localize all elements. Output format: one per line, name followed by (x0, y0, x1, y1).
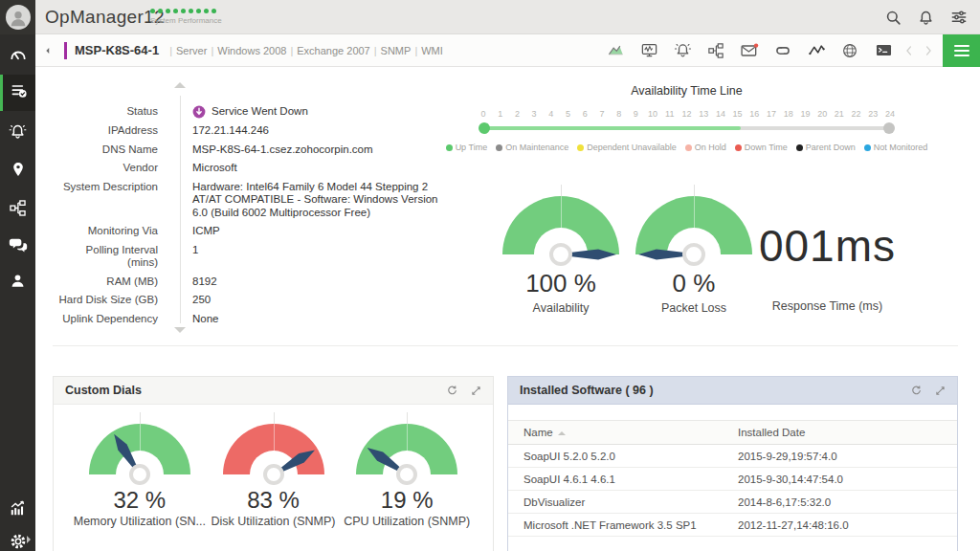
chevron-left-icon[interactable] (902, 44, 916, 57)
topology-icon[interactable] (706, 41, 725, 60)
timeline-tick: 7 (599, 109, 604, 119)
settings-sliders-icon[interactable] (949, 8, 969, 27)
timeline-end-dot[interactable] (883, 122, 895, 134)
menu-button[interactable] (943, 34, 980, 67)
scroll-down-caret[interactable] (174, 327, 186, 333)
back-caret-icon[interactable] (43, 46, 53, 55)
packet-loss-gauge (635, 196, 752, 254)
sidebar-item-chat[interactable] (0, 231, 35, 263)
timeline-tick: 15 (733, 109, 743, 119)
refresh-icon[interactable] (910, 385, 923, 397)
cpu-dial-block: 19 % CPU Utilization (SNMP) (340, 412, 474, 528)
sidebar-item-reports[interactable] (0, 494, 35, 526)
user-avatar[interactable] (0, 0, 35, 34)
breadcrumb-item[interactable]: Server (176, 45, 207, 56)
breadcrumb-item[interactable]: Exchange 2007 (297, 45, 369, 56)
info-label: Uplink Dependency (58, 313, 169, 326)
bell-icon (9, 122, 27, 144)
legend-item: Not Monitored (864, 143, 928, 152)
software-row: Microsoft .NET Framework 3.5 SP12012-11-… (508, 514, 957, 537)
area-chart-icon[interactable] (606, 41, 625, 60)
status-dot (196, 9, 201, 13)
gauge-hub (549, 243, 572, 266)
memory-dial-label: Memory Utilization (SN... (73, 515, 207, 528)
sidebar-item-alarms[interactable] (0, 117, 35, 149)
software-rows: SoapUI 5.2.0 5.2.02015-9-29,19:57:4.0Soa… (508, 445, 957, 537)
timeline-tick: 13 (699, 109, 708, 119)
sidebar-item-users[interactable] (0, 266, 35, 298)
breadcrumb-item[interactable]: Windows 2008 (217, 45, 286, 56)
info-label: RAM (MB) (58, 276, 169, 289)
globe-icon[interactable] (840, 41, 859, 60)
info-value: 1 (169, 244, 449, 270)
scroll-up-caret[interactable] (174, 82, 186, 88)
app-status: System Performance (150, 6, 222, 25)
info-row: Monitoring ViaICMP (58, 225, 470, 238)
timeline-tick: 10 (648, 109, 657, 119)
timeline-tick: 0 (480, 109, 485, 119)
software-row: DbVisualizer2014-8-6,17:5:32.0 (508, 491, 957, 514)
mail-icon[interactable] (740, 41, 759, 60)
service-down-icon (192, 105, 206, 119)
breadcrumb-separator: | (290, 45, 293, 56)
software-name-cell: SoapUI 4.6.1 4.6.1 (508, 474, 738, 485)
info-label: Polling Interval (mins) (58, 244, 169, 270)
legend-dot (496, 144, 502, 151)
sidebar (0, 0, 35, 551)
installed-software-panel: Installed Software ( 96 ) Name Installed… (507, 376, 958, 551)
device-info-panel: StatusService Went DownIPAddress172.21.1… (58, 105, 470, 331)
chevron-right-icon[interactable] (922, 44, 935, 57)
link-icon[interactable] (773, 41, 792, 60)
device-name: MSP-K8S-64-1 (75, 43, 159, 57)
software-date-cell: 2012-11-27,14:48:16.0 (738, 519, 957, 531)
status-dot (166, 9, 170, 13)
status-dot (181, 9, 186, 13)
gauge-hub (263, 464, 284, 485)
location-pin-icon (10, 161, 27, 182)
software-column-name[interactable]: Name (508, 427, 738, 438)
timeline-tick: 19 (800, 109, 810, 119)
gauge-hub (396, 464, 417, 485)
legend-label: On Maintenance (505, 143, 568, 152)
timeline-title: Availability Time Line (483, 84, 890, 98)
topbar: OpManager12 System Performance (35, 0, 980, 34)
performance-monitor-icon[interactable] (639, 41, 658, 60)
alarm-bell-icon[interactable] (673, 41, 692, 60)
timeline-start-dot[interactable] (479, 122, 490, 134)
timeline-tick: 11 (665, 109, 674, 119)
person-icon (9, 272, 27, 294)
expand-icon[interactable] (935, 386, 946, 396)
sidebar-item-maps[interactable] (0, 155, 35, 187)
status-dot (189, 9, 193, 13)
software-date-cell: 2015-9-29,19:57:4.0 (738, 451, 957, 462)
info-label: Monitoring Via (58, 225, 169, 238)
info-row: Polling Interval (mins)1 (58, 244, 470, 270)
refresh-icon[interactable] (446, 385, 458, 397)
expand-icon[interactable] (471, 386, 481, 396)
software-row: SoapUI 4.6.1 4.6.12015-9-30,14:47:54.0 (508, 468, 957, 491)
sidebar-item-dashboard[interactable] (0, 40, 35, 73)
software-column-date[interactable]: Installed Date (738, 427, 957, 438)
sparkline-icon[interactable] (807, 41, 826, 60)
legend-dot (685, 144, 692, 151)
notifications-bell-icon[interactable] (917, 9, 935, 27)
software-table: Name Installed Date SoapUI 5.2.0 5.2.020… (508, 420, 957, 537)
timeline-tick: 23 (868, 109, 878, 119)
breadcrumb-item[interactable]: WMI (421, 45, 443, 56)
sidebar-item-inventory[interactable] (0, 75, 35, 111)
info-row: RAM (MB)8192 (58, 276, 470, 289)
terminal-icon[interactable] (874, 41, 893, 60)
legend-label: On Hold (695, 143, 726, 152)
info-row: Uplink DependencyNone (58, 313, 470, 326)
sidebar-item-topology[interactable] (0, 193, 35, 226)
timeline-tick: 22 (852, 109, 861, 119)
memory-utilization-dial (89, 424, 190, 474)
timeline-tick: 20 (817, 109, 827, 119)
search-icon[interactable] (884, 9, 902, 27)
breadcrumb: |Server|Windows 2008|Exchange 2007|SNMP|… (166, 45, 443, 56)
timeline-legend: Up TimeOn MaintenanceDependent Unavailab… (459, 143, 914, 152)
device-info-rows: StatusService Went DownIPAddress172.21.1… (58, 105, 470, 325)
breadcrumb-item[interactable]: SNMP (381, 45, 412, 56)
legend-dot (796, 144, 803, 151)
timeline-tick: 17 (767, 109, 776, 119)
